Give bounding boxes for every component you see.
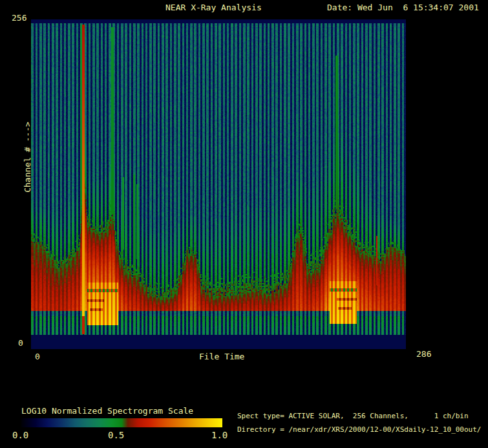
y-axis-min-tick: 0: [18, 339, 23, 347]
y-axis-max-tick: 256: [12, 14, 27, 22]
date-label: Date: Wed Jun 6 15:34:07 2001: [327, 3, 479, 12]
directory-line: Directory = /near/xdr/XRS/2000/12-00/XSd…: [237, 426, 482, 433]
colorbar-gradient: [21, 418, 222, 427]
x-axis-max-tick: 286: [416, 350, 431, 358]
page-title: NEAR X-Ray Analysis: [165, 3, 262, 12]
colorbar-label: LOG10 Normalized Spectrogram Scale: [21, 407, 193, 415]
spect-type-line: Spect type= ACTIVE SOLAR, 256 Channels, …: [237, 412, 469, 420]
app-window: NEAR X-Ray Analysis Date: Wed Jun 6 15:3…: [0, 0, 488, 448]
colorbar-tick-min: 0.0: [12, 431, 28, 440]
colorbar-tick-mid: 0.5: [108, 431, 124, 440]
colorbar-tick-max: 1.0: [211, 431, 228, 440]
x-axis-label: File Time: [199, 352, 244, 361]
spectrogram-canvas: [31, 19, 406, 349]
x-axis-min-tick: 0: [35, 352, 40, 361]
